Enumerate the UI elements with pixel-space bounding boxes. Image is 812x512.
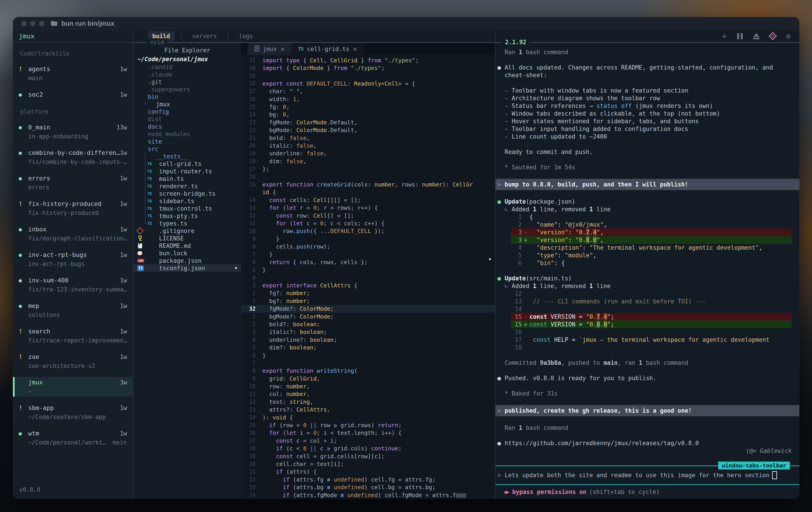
close-icon[interactable]: × xyxy=(353,45,357,53)
code-line: 16 xyxy=(241,173,495,181)
diff-line-number: 15 xyxy=(511,313,522,321)
sidebar-item-inbox[interactable]: ●inbox1wfix/docgraph-classification… xyxy=(19,224,127,244)
sidebar-item-errors[interactable]: ●errors1werrors xyxy=(19,173,127,193)
editor-tab-cell-grid-ts[interactable]: TScell-grid.ts× xyxy=(291,43,365,55)
file-tree-item-renderer-ts[interactable]: │TSrenderer.ts xyxy=(133,182,241,190)
assistant-bullet-message: ●https://github.com/jarredkenny/jmux/rel… xyxy=(504,439,792,447)
code-token: .Default, xyxy=(327,127,357,133)
file-tree-item-src[interactable]: src xyxy=(133,145,241,153)
list-item: - Toolbar input handling added to config… xyxy=(504,125,792,133)
code-token: ≥ xyxy=(327,445,330,452)
file-tree-item-tmux-control-ts[interactable]: │TStmux-control.ts xyxy=(133,205,241,212)
eject-icon[interactable] xyxy=(753,33,759,39)
code-token: DEFAULT_CELL xyxy=(307,80,347,87)
close-icon[interactable]: × xyxy=(281,45,285,53)
file-tree-item-tmux-pty-ts[interactable]: │TStmux-pty.ts xyxy=(133,212,241,220)
close-button[interactable] xyxy=(22,21,27,26)
sidebar-item-inv-sum-400[interactable]: ●inv-sum-4001wfix/tra-123-inventory-summ… xyxy=(19,275,127,295)
plus-icon[interactable]: + xyxy=(722,32,727,40)
prompt-input[interactable]: > Lets update both the site and readme t… xyxy=(496,465,800,485)
code-token xyxy=(330,476,334,483)
gear-icon[interactable]: ⚙ xyxy=(786,32,790,41)
file-tree-item-screen-bridge-ts[interactable]: │TSscreen-bridge.ts xyxy=(133,190,241,197)
file-tree-item-config[interactable]: config xyxy=(133,108,241,115)
code-token: ) cell.fgMode = attrs.f xyxy=(378,492,456,498)
tab-logs[interactable]: logs xyxy=(234,31,258,41)
file-tree-item--candid[interactable]: .candid xyxy=(133,63,241,71)
file-tree-item-types-ts[interactable]: └TStypes.ts xyxy=(133,220,241,227)
file-tree-item-cell-grid-ts[interactable]: │TScell-grid.ts xyxy=(133,160,241,167)
code-token: ColorMode xyxy=(293,65,323,71)
file-tree-item--git[interactable]: .git xyxy=(133,78,241,86)
file-tree-item-bun-lock[interactable]: bun.lock xyxy=(133,249,241,257)
file-tree-item-jmux[interactable]: └jmux xyxy=(133,101,241,108)
sidebar-item-sbm-app[interactable]: !sbm-app1w~/Code/seafare/sbm-app xyxy=(19,403,127,422)
code-token: Cell xyxy=(310,57,323,64)
file-tree-item-main-ts[interactable]: │TSmain.ts xyxy=(133,175,241,182)
code-token: return xyxy=(378,422,398,429)
sidebar-item-combine-by-code-differen-[interactable]: ●combine-by-code-differen…1wfix/combine-… xyxy=(19,147,127,167)
sidebar-item-soc2[interactable]: ●soc21w xyxy=(19,89,127,100)
sidebar-item-agents[interactable]: !agents1wmain xyxy=(19,64,127,83)
diff-token: : xyxy=(569,229,575,236)
sidebar-item-inv-act-rpt-bugs[interactable]: ●inv-act-rpt-bugs1winv-act-rpt-bugs xyxy=(19,249,127,269)
file-tree-item-sidebar-ts[interactable]: │TSsidebar.ts xyxy=(133,197,241,205)
tree-guide: │ xyxy=(143,183,147,190)
file-tree-item-README-md[interactable]: README.md xyxy=(133,242,241,249)
code-line: 15 if (row < 0 || row ≥ grid.rows) retur… xyxy=(241,421,495,429)
file-tree-item--superpowers[interactable]: .superpowers xyxy=(133,86,241,93)
sidebar-item-mep[interactable]: ●mep1wsolutions xyxy=(19,300,127,320)
sidebar-item-wtm[interactable]: ●wtm1w~/Code/personal/workt…main xyxy=(19,428,127,448)
code-token: false xyxy=(290,135,307,141)
code-editor[interactable]: jmux×TScell-grid.ts× 31import type { Cel… xyxy=(241,43,495,499)
file-tree-item-docs[interactable]: docs xyxy=(133,123,241,130)
diff-token: " xyxy=(597,229,600,236)
sidebar-item-jmux[interactable]: jmux3w~ xyxy=(13,377,133,397)
text-segment: - Toolbar with window tabs is now a feat… xyxy=(504,87,688,94)
code-text: underline: false, xyxy=(262,150,327,157)
diff-token: "version" xyxy=(536,237,569,243)
file-tree-item-LICENSE[interactable]: LICENSE xyxy=(133,235,241,242)
file-tree-item-bin[interactable]: bin xyxy=(133,93,241,101)
file-tree-item--claude[interactable]: .claude xyxy=(133,71,241,78)
attachment-chip[interactable]: window-tabs-toolbar xyxy=(718,462,790,469)
code-token: , xyxy=(286,104,290,110)
editor-tab-jmux[interactable]: jmux× xyxy=(247,43,292,55)
session-name: fix-history-produced xyxy=(28,200,120,207)
pause-icon[interactable] xyxy=(737,33,743,39)
diff-token: , xyxy=(759,244,763,251)
file-tree-item-package-json[interactable]: npmpackage.json xyxy=(133,257,241,264)
list-item: - Hover states mentioned for sidebar, ta… xyxy=(504,117,792,125)
tree-guide: │ xyxy=(143,190,147,197)
permission-status-bar[interactable]: ▶▶ bypass permissions on (shift+tab to c… xyxy=(496,485,800,499)
code-token xyxy=(262,484,283,490)
tab-servers[interactable]: servers xyxy=(188,31,222,41)
file-tree-item-tsconfig-json[interactable]: TStsconfig.json xyxy=(133,264,241,272)
code-token: (row); xyxy=(310,243,330,250)
sidebar-item-0-main[interactable]: ●0_main13win-app-onboarding xyxy=(19,122,127,141)
sidebar-item-fix-history-produced[interactable]: !fix-history-produced1wfix-history-produ… xyxy=(19,198,127,218)
code-token: fgMode: xyxy=(262,119,296,126)
file-tree-item--gitignore[interactable]: .gitignore xyxy=(133,227,241,235)
code-token: fgMode?: xyxy=(262,305,300,312)
file-explorer-root-path[interactable]: ~/Code/personal/jmux xyxy=(133,55,241,63)
file-tree-item--tests-[interactable]: │__tests__ xyxy=(133,153,241,160)
code-token: import xyxy=(262,65,286,71)
sidebar-item-search[interactable]: !search1wfix/trace-report-improvemen… xyxy=(19,326,127,346)
sidebar-item-zoe[interactable]: !zoe1wzoe-architecture-v2 xyxy=(19,351,127,371)
file-tree-item-node-modules[interactable]: node_modules xyxy=(133,130,241,138)
diamond-icon[interactable] xyxy=(768,32,777,41)
file-tree-item-input-router-ts[interactable]: │TSinput-router.ts xyxy=(133,167,241,175)
diff-line-number: 15 xyxy=(511,321,522,328)
code-line: 14): void { xyxy=(241,413,495,421)
file-tree-item-site[interactable]: site xyxy=(133,138,241,145)
session-row: ●soc21w xyxy=(19,91,127,98)
code-token: push xyxy=(296,228,310,234)
diff-row: 2 "name": "@jx0/jmux", xyxy=(511,221,792,228)
minimize-button[interactable] xyxy=(30,21,35,26)
code-token: ) cell.bg = attrs.bg; xyxy=(364,484,436,490)
warning-icon: ! xyxy=(19,200,28,207)
zoom-button[interactable] xyxy=(39,21,44,26)
code-text: ): void { xyxy=(262,414,293,421)
file-tree-item-dist[interactable]: dist xyxy=(133,115,241,123)
